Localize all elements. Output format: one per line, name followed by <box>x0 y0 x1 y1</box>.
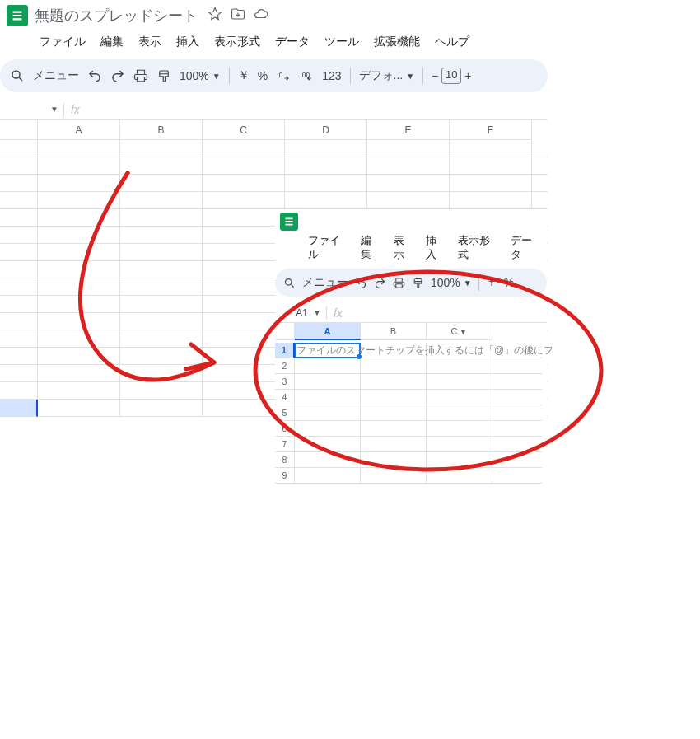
col-header-A[interactable]: A <box>38 120 120 140</box>
inset-name-box[interactable]: A1 <box>278 304 311 322</box>
row-header[interactable] <box>0 330 38 348</box>
inset-menu-view[interactable]: 表示 <box>389 232 419 264</box>
active-cell-A1[interactable] <box>295 343 361 358</box>
inset-row-headers: 123456789 <box>275 343 295 484</box>
menu-extensions[interactable]: 拡張機能 <box>367 31 427 53</box>
name-box[interactable] <box>3 101 49 119</box>
inset-formula-bar: A1 ▼ fx <box>275 303 547 323</box>
redo-icon[interactable] <box>110 68 125 83</box>
sheets-logo-icon <box>7 5 28 26</box>
inset-menu-file[interactable]: ファイル <box>303 232 354 264</box>
column-headers: A B C D E F <box>0 120 548 140</box>
col-header-B[interactable]: B <box>120 120 203 140</box>
row-header[interactable] <box>0 400 38 417</box>
inset-menu-edit[interactable]: 編集 <box>356 232 386 264</box>
toolbar: メニュー 100%▼ ￥ % .0 .00 123 デフォ...▼ − 10 + <box>0 59 548 92</box>
doc-title[interactable]: 無題のスプレッドシート <box>35 6 198 26</box>
row-header[interactable] <box>0 296 38 313</box>
menu-file[interactable]: ファイル <box>33 31 92 53</box>
font-size-increase[interactable]: + <box>464 69 471 82</box>
inset-menu-data[interactable]: データ <box>506 232 547 264</box>
menu-format[interactable]: 表示形式 <box>208 31 267 53</box>
font-size-input[interactable]: 10 <box>441 68 461 84</box>
undo-icon[interactable] <box>355 277 367 289</box>
inset-col-header-B[interactable]: B <box>361 323 427 340</box>
cloud-status-icon[interactable] <box>254 7 268 25</box>
decrease-decimals-icon[interactable]: .0 <box>276 68 291 83</box>
number-format-button[interactable]: 123 <box>322 69 341 82</box>
star-icon[interactable] <box>208 7 222 25</box>
inset-name-box-dropdown-icon[interactable]: ▼ <box>313 308 321 317</box>
svg-point-1 <box>12 71 20 78</box>
formula-bar: ▼ fx <box>0 99 548 120</box>
row-header[interactable] <box>0 278 38 296</box>
menu-help[interactable]: ヘルプ <box>428 31 476 53</box>
select-all-corner[interactable] <box>0 120 38 140</box>
col-header-E[interactable]: E <box>367 120 450 140</box>
font-dropdown[interactable]: デフォ...▼ <box>359 68 415 83</box>
inset-currency-button[interactable]: ￥ <box>486 275 497 290</box>
header: 無題のスプレッドシート <box>0 0 548 30</box>
print-icon[interactable] <box>133 68 148 83</box>
row-header[interactable] <box>0 140 38 157</box>
menu-view[interactable]: 表示 <box>132 31 168 53</box>
currency-button[interactable]: ￥ <box>238 68 250 83</box>
row-header[interactable] <box>0 209 38 227</box>
row-header[interactable] <box>0 227 38 244</box>
row-header[interactable] <box>0 192 38 209</box>
col-header-C[interactable]: C <box>203 120 285 140</box>
inset-row-header[interactable]: 1 <box>275 343 295 358</box>
inset-row-header[interactable]: 6 <box>275 421 295 437</box>
menu-search-label[interactable]: メニュー <box>33 68 79 83</box>
inset-menu-insert[interactable]: 挿入 <box>421 232 451 264</box>
inset-menu-format[interactable]: 表示形式 <box>453 232 504 264</box>
search-icon[interactable] <box>10 68 25 83</box>
inset-row-header[interactable]: 9 <box>275 468 295 484</box>
row-header[interactable] <box>0 313 38 330</box>
inset-select-all-corner[interactable] <box>275 323 295 340</box>
zoom-dropdown[interactable]: 100%▼ <box>180 69 221 82</box>
row-header[interactable] <box>0 244 38 261</box>
inset-zoom-dropdown[interactable]: 100%▼ <box>431 276 472 289</box>
percent-button[interactable]: % <box>258 69 268 82</box>
col-header-F[interactable]: F <box>450 120 532 140</box>
row-header[interactable] <box>0 382 38 400</box>
undo-icon[interactable] <box>87 68 102 83</box>
redo-icon[interactable] <box>374 277 386 289</box>
inset-percent-button[interactable]: % <box>504 276 514 289</box>
increase-decimals-icon[interactable]: .00 <box>299 68 314 83</box>
inset-col-header-C[interactable]: C▼ <box>427 323 492 340</box>
inset-menu-search-label[interactable]: メニュー <box>302 275 348 290</box>
menu-insert[interactable]: 挿入 <box>170 31 206 53</box>
formula-input[interactable] <box>85 101 548 119</box>
menu-data[interactable]: データ <box>268 31 316 53</box>
inset-formula-input[interactable] <box>348 304 547 322</box>
inset-row-header[interactable]: 8 <box>275 452 295 468</box>
inset-fx-label: fx <box>334 306 343 320</box>
col-header-D[interactable]: D <box>285 120 367 140</box>
inset-cells-area[interactable]: ファイルのスマートチップを挿入するには「@」の後にフ <box>295 343 542 484</box>
row-header[interactable] <box>0 348 38 365</box>
row-header[interactable] <box>0 175 38 192</box>
inset-row-header[interactable]: 7 <box>275 437 295 452</box>
row-header[interactable] <box>0 365 38 382</box>
name-box-dropdown-icon[interactable]: ▼ <box>50 105 58 114</box>
menu-edit[interactable]: 編集 <box>94 31 130 53</box>
search-icon[interactable] <box>283 277 296 289</box>
inset-row-header[interactable]: 2 <box>275 358 295 374</box>
row-header[interactable] <box>0 261 38 278</box>
font-size-decrease[interactable]: − <box>432 69 438 82</box>
sheets-logo-icon <box>280 213 298 231</box>
menu-tools[interactable]: ツール <box>318 31 366 53</box>
inset-row-header[interactable]: 4 <box>275 390 295 405</box>
inset-header: 無題のスプレッドシート <box>275 209 547 232</box>
row-header[interactable] <box>0 157 38 175</box>
paint-format-icon[interactable] <box>412 277 424 289</box>
print-icon[interactable] <box>393 277 405 289</box>
move-folder-icon[interactable] <box>231 7 245 25</box>
paint-format-icon[interactable] <box>156 68 171 83</box>
inset-row-header[interactable]: 3 <box>275 374 295 390</box>
inset-row-header[interactable]: 5 <box>275 405 295 421</box>
inset-menubar: ファイル 編集 表示 挿入 表示形式 データ <box>275 232 547 267</box>
inset-col-header-A[interactable]: A <box>295 323 361 340</box>
